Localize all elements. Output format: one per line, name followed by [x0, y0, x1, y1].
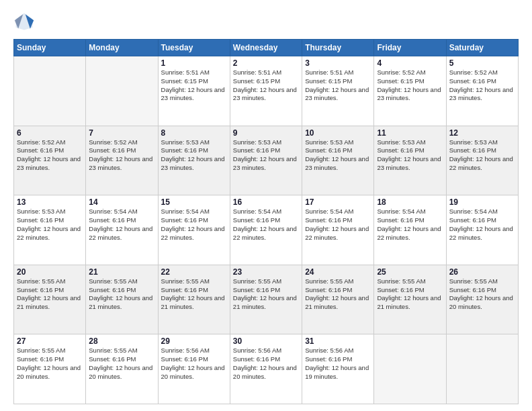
day-info: Sunrise: 5:55 AMSunset: 6:16 PMDaylight:… [89, 347, 154, 381]
day-number: 23 [233, 267, 299, 277]
day-info: Sunrise: 5:55 AMSunset: 6:16 PMDaylight:… [17, 347, 83, 381]
day-info: Sunrise: 5:51 AMSunset: 6:15 PMDaylight:… [305, 68, 371, 103]
day-info: Sunrise: 5:51 AMSunset: 6:15 PMDaylight:… [161, 68, 227, 103]
day-info: Sunrise: 5:55 AMSunset: 6:16 PMDaylight:… [305, 277, 371, 312]
day-info: Sunrise: 5:54 AMSunset: 6:16 PMDaylight:… [377, 208, 443, 242]
day-number: 1 [161, 58, 227, 68]
day-number: 16 [233, 197, 299, 207]
weekday-header-thursday: Thursday [302, 40, 374, 56]
calendar-cell: 4Sunrise: 5:52 AMSunset: 6:15 PMDaylight… [374, 56, 446, 126]
calendar-week-2: 6Sunrise: 5:52 AMSunset: 6:16 PMDaylight… [14, 126, 519, 195]
weekday-header-friday: Friday [374, 40, 446, 56]
calendar-cell [374, 334, 446, 404]
logo-icon [13, 11, 35, 32]
day-info: Sunrise: 5:52 AMSunset: 6:16 PMDaylight:… [89, 138, 154, 173]
calendar-cell: 22Sunrise: 5:55 AMSunset: 6:16 PMDayligh… [158, 265, 230, 334]
calendar-cell: 26Sunrise: 5:55 AMSunset: 6:16 PMDayligh… [446, 265, 518, 334]
day-info: Sunrise: 5:54 AMSunset: 6:16 PMDaylight:… [161, 208, 227, 242]
day-number: 22 [161, 267, 227, 277]
calendar-cell [14, 56, 86, 126]
calendar-cell: 29Sunrise: 5:56 AMSunset: 6:16 PMDayligh… [158, 334, 230, 404]
calendar-cell: 7Sunrise: 5:52 AMSunset: 6:16 PMDaylight… [86, 126, 158, 195]
day-info: Sunrise: 5:55 AMSunset: 6:16 PMDaylight:… [89, 277, 154, 312]
calendar-cell: 17Sunrise: 5:54 AMSunset: 6:16 PMDayligh… [302, 195, 374, 265]
day-number: 3 [305, 58, 371, 68]
calendar-cell: 5Sunrise: 5:52 AMSunset: 6:16 PMDaylight… [446, 56, 518, 126]
day-number: 28 [89, 336, 154, 346]
calendar-cell: 21Sunrise: 5:55 AMSunset: 6:16 PMDayligh… [86, 265, 158, 334]
calendar-cell: 28Sunrise: 5:55 AMSunset: 6:16 PMDayligh… [86, 334, 158, 404]
calendar-cell: 13Sunrise: 5:53 AMSunset: 6:16 PMDayligh… [14, 195, 86, 265]
day-info: Sunrise: 5:56 AMSunset: 6:16 PMDaylight:… [233, 347, 299, 381]
day-number: 30 [233, 336, 299, 346]
day-info: Sunrise: 5:53 AMSunset: 6:16 PMDaylight:… [17, 208, 83, 242]
weekday-header-tuesday: Tuesday [158, 40, 230, 56]
day-number: 18 [377, 197, 443, 207]
day-info: Sunrise: 5:52 AMSunset: 6:16 PMDaylight:… [449, 68, 515, 103]
day-number: 2 [233, 58, 299, 68]
calendar-cell: 14Sunrise: 5:54 AMSunset: 6:16 PMDayligh… [86, 195, 158, 265]
calendar-cell: 11Sunrise: 5:53 AMSunset: 6:16 PMDayligh… [374, 126, 446, 195]
day-number: 26 [449, 267, 515, 277]
day-info: Sunrise: 5:51 AMSunset: 6:15 PMDaylight:… [233, 68, 299, 103]
day-number: 17 [305, 197, 371, 207]
weekday-header-sunday: Sunday [14, 40, 86, 56]
day-number: 8 [161, 128, 227, 138]
calendar-cell: 15Sunrise: 5:54 AMSunset: 6:16 PMDayligh… [158, 195, 230, 265]
day-info: Sunrise: 5:53 AMSunset: 6:16 PMDaylight:… [377, 138, 443, 173]
weekday-header-wednesday: Wednesday [230, 40, 302, 56]
calendar-cell: 8Sunrise: 5:53 AMSunset: 6:16 PMDaylight… [158, 126, 230, 195]
day-info: Sunrise: 5:54 AMSunset: 6:16 PMDaylight:… [449, 208, 515, 242]
day-info: Sunrise: 5:55 AMSunset: 6:16 PMDaylight:… [161, 277, 227, 312]
day-info: Sunrise: 5:56 AMSunset: 6:16 PMDaylight:… [161, 347, 227, 381]
calendar-week-5: 27Sunrise: 5:55 AMSunset: 6:16 PMDayligh… [14, 334, 519, 404]
calendar-cell: 9Sunrise: 5:53 AMSunset: 6:16 PMDaylight… [230, 126, 302, 195]
day-number: 11 [377, 128, 443, 138]
calendar-cell [86, 56, 158, 126]
calendar-cell: 3Sunrise: 5:51 AMSunset: 6:15 PMDaylight… [302, 56, 374, 126]
calendar-cell: 25Sunrise: 5:55 AMSunset: 6:16 PMDayligh… [374, 265, 446, 334]
calendar-cell: 31Sunrise: 5:56 AMSunset: 6:16 PMDayligh… [302, 334, 374, 404]
day-number: 24 [305, 267, 371, 277]
weekday-header-saturday: Saturday [446, 40, 518, 56]
day-info: Sunrise: 5:52 AMSunset: 6:16 PMDaylight:… [17, 138, 83, 173]
calendar-cell: 1Sunrise: 5:51 AMSunset: 6:15 PMDaylight… [158, 56, 230, 126]
calendar-cell: 24Sunrise: 5:55 AMSunset: 6:16 PMDayligh… [302, 265, 374, 334]
day-number: 25 [377, 267, 443, 277]
calendar-cell: 2Sunrise: 5:51 AMSunset: 6:15 PMDaylight… [230, 56, 302, 126]
weekday-header-monday: Monday [86, 40, 158, 56]
page: SundayMondayTuesdayWednesdayThursdayFrid… [0, 0, 532, 411]
day-number: 20 [17, 267, 83, 277]
day-number: 15 [161, 197, 227, 207]
day-number: 31 [305, 336, 371, 346]
calendar-cell: 16Sunrise: 5:54 AMSunset: 6:16 PMDayligh… [230, 195, 302, 265]
day-number: 27 [17, 336, 83, 346]
calendar-cell: 10Sunrise: 5:53 AMSunset: 6:16 PMDayligh… [302, 126, 374, 195]
day-number: 13 [17, 197, 83, 207]
day-number: 14 [89, 197, 154, 207]
day-info: Sunrise: 5:53 AMSunset: 6:16 PMDaylight:… [161, 138, 227, 173]
day-number: 9 [233, 128, 299, 138]
day-info: Sunrise: 5:55 AMSunset: 6:16 PMDaylight:… [449, 277, 515, 312]
day-info: Sunrise: 5:54 AMSunset: 6:16 PMDaylight:… [233, 208, 299, 242]
calendar-table: SundayMondayTuesdayWednesdayThursdayFrid… [13, 39, 519, 404]
day-number: 5 [449, 58, 515, 68]
day-info: Sunrise: 5:54 AMSunset: 6:16 PMDaylight:… [305, 208, 371, 242]
calendar-week-4: 20Sunrise: 5:55 AMSunset: 6:16 PMDayligh… [14, 265, 519, 334]
day-info: Sunrise: 5:55 AMSunset: 6:16 PMDaylight:… [233, 277, 299, 312]
calendar-cell: 23Sunrise: 5:55 AMSunset: 6:16 PMDayligh… [230, 265, 302, 334]
calendar-cell: 20Sunrise: 5:55 AMSunset: 6:16 PMDayligh… [14, 265, 86, 334]
day-info: Sunrise: 5:53 AMSunset: 6:16 PMDaylight:… [449, 138, 515, 173]
day-info: Sunrise: 5:55 AMSunset: 6:16 PMDaylight:… [377, 277, 443, 312]
calendar-cell: 30Sunrise: 5:56 AMSunset: 6:16 PMDayligh… [230, 334, 302, 404]
calendar-header: SundayMondayTuesdayWednesdayThursdayFrid… [14, 40, 519, 56]
weekday-header-row: SundayMondayTuesdayWednesdayThursdayFrid… [14, 40, 519, 56]
calendar-cell: 6Sunrise: 5:52 AMSunset: 6:16 PMDaylight… [14, 126, 86, 195]
logo [13, 11, 38, 32]
calendar-week-1: 1Sunrise: 5:51 AMSunset: 6:15 PMDaylight… [14, 56, 519, 126]
day-info: Sunrise: 5:56 AMSunset: 6:16 PMDaylight:… [305, 347, 371, 381]
day-info: Sunrise: 5:55 AMSunset: 6:16 PMDaylight:… [17, 277, 83, 312]
day-number: 21 [89, 267, 154, 277]
day-info: Sunrise: 5:53 AMSunset: 6:16 PMDaylight:… [233, 138, 299, 173]
day-number: 19 [449, 197, 515, 207]
